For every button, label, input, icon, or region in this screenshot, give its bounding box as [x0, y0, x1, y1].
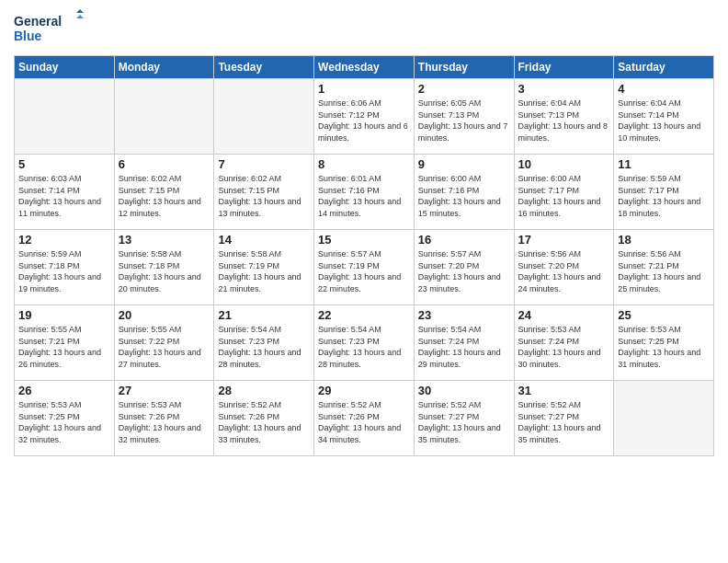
weekday-header-wednesday: Wednesday	[314, 56, 415, 79]
day-number: 21	[218, 308, 310, 322]
day-info: Sunrise: 5:52 AM Sunset: 7:27 PM Dayligh…	[418, 399, 510, 445]
calendar-cell: 9Sunrise: 6:00 AM Sunset: 7:16 PM Daylig…	[414, 155, 514, 230]
day-info: Sunrise: 6:04 AM Sunset: 7:13 PM Dayligh…	[518, 98, 610, 144]
day-info: Sunrise: 6:00 AM Sunset: 7:17 PM Dayligh…	[518, 173, 610, 219]
weekday-header-monday: Monday	[114, 56, 214, 79]
calendar-cell: 12Sunrise: 5:59 AM Sunset: 7:18 PM Dayli…	[15, 230, 115, 305]
day-number: 6	[119, 157, 210, 171]
day-info: Sunrise: 5:52 AM Sunset: 7:27 PM Dayligh…	[518, 399, 610, 445]
weekday-header-row: SundayMondayTuesdayWednesdayThursdayFrid…	[15, 56, 714, 79]
week-row-5: 26Sunrise: 5:53 AM Sunset: 7:25 PM Dayli…	[15, 381, 714, 456]
day-info: Sunrise: 5:53 AM Sunset: 7:25 PM Dayligh…	[618, 324, 710, 370]
day-info: Sunrise: 5:54 AM Sunset: 7:23 PM Dayligh…	[318, 324, 410, 370]
day-number: 11	[618, 157, 710, 171]
day-info: Sunrise: 5:53 AM Sunset: 7:25 PM Dayligh…	[18, 399, 110, 445]
day-number: 23	[418, 308, 510, 322]
calendar: SundayMondayTuesdayWednesdayThursdayFrid…	[14, 55, 714, 456]
day-info: Sunrise: 5:56 AM Sunset: 7:20 PM Dayligh…	[518, 248, 610, 294]
day-number: 24	[518, 308, 610, 322]
day-number: 13	[119, 233, 210, 247]
day-number: 18	[618, 233, 710, 247]
calendar-cell	[114, 79, 214, 155]
week-row-4: 19Sunrise: 5:55 AM Sunset: 7:21 PM Dayli…	[15, 305, 714, 381]
day-number: 3	[518, 82, 610, 96]
calendar-cell: 13Sunrise: 5:58 AM Sunset: 7:18 PM Dayli…	[114, 230, 214, 305]
day-number: 4	[618, 82, 710, 96]
day-info: Sunrise: 6:06 AM Sunset: 7:12 PM Dayligh…	[318, 98, 410, 144]
day-info: Sunrise: 6:02 AM Sunset: 7:15 PM Dayligh…	[218, 173, 310, 219]
calendar-cell: 15Sunrise: 5:57 AM Sunset: 7:19 PM Dayli…	[314, 230, 415, 305]
day-info: Sunrise: 6:04 AM Sunset: 7:14 PM Dayligh…	[618, 98, 710, 144]
calendar-cell: 27Sunrise: 5:53 AM Sunset: 7:26 PM Dayli…	[114, 381, 214, 456]
calendar-cell: 6Sunrise: 6:02 AM Sunset: 7:15 PM Daylig…	[114, 155, 214, 230]
calendar-cell: 2Sunrise: 6:05 AM Sunset: 7:13 PM Daylig…	[414, 79, 514, 155]
day-info: Sunrise: 5:59 AM Sunset: 7:18 PM Dayligh…	[18, 248, 110, 294]
calendar-cell: 30Sunrise: 5:52 AM Sunset: 7:27 PM Dayli…	[414, 381, 514, 456]
day-number: 9	[418, 157, 510, 171]
calendar-cell: 24Sunrise: 5:53 AM Sunset: 7:24 PM Dayli…	[514, 305, 614, 381]
day-number: 16	[418, 233, 510, 247]
day-info: Sunrise: 5:56 AM Sunset: 7:21 PM Dayligh…	[618, 248, 710, 294]
day-info: Sunrise: 5:59 AM Sunset: 7:17 PM Dayligh…	[618, 173, 710, 219]
svg-text:Blue: Blue	[14, 29, 42, 43]
day-number: 12	[18, 233, 110, 247]
calendar-cell: 5Sunrise: 6:03 AM Sunset: 7:14 PM Daylig…	[15, 155, 115, 230]
day-number: 30	[418, 384, 510, 397]
logo: General Blue	[14, 9, 87, 48]
day-number: 15	[318, 233, 410, 247]
calendar-cell: 23Sunrise: 5:54 AM Sunset: 7:24 PM Dayli…	[414, 305, 514, 381]
weekday-header-saturday: Saturday	[614, 56, 714, 79]
day-number: 5	[18, 157, 110, 171]
day-info: Sunrise: 5:55 AM Sunset: 7:22 PM Dayligh…	[119, 324, 210, 370]
day-number: 8	[318, 157, 410, 171]
day-info: Sunrise: 5:54 AM Sunset: 7:24 PM Dayligh…	[418, 324, 510, 370]
calendar-cell	[214, 79, 314, 155]
calendar-cell: 21Sunrise: 5:54 AM Sunset: 7:23 PM Dayli…	[214, 305, 314, 381]
calendar-cell: 11Sunrise: 5:59 AM Sunset: 7:17 PM Dayli…	[614, 155, 714, 230]
day-number: 17	[518, 233, 610, 247]
calendar-cell: 22Sunrise: 5:54 AM Sunset: 7:23 PM Dayli…	[314, 305, 415, 381]
day-number: 1	[318, 82, 410, 96]
calendar-cell: 14Sunrise: 5:58 AM Sunset: 7:19 PM Dayli…	[214, 230, 314, 305]
page: General Blue SundayMondayTuesdayWednesda…	[0, 0, 728, 563]
calendar-cell: 26Sunrise: 5:53 AM Sunset: 7:25 PM Dayli…	[15, 381, 115, 456]
day-info: Sunrise: 5:57 AM Sunset: 7:20 PM Dayligh…	[418, 248, 510, 294]
day-number: 22	[318, 308, 410, 322]
calendar-cell: 4Sunrise: 6:04 AM Sunset: 7:14 PM Daylig…	[614, 79, 714, 155]
calendar-cell: 17Sunrise: 5:56 AM Sunset: 7:20 PM Dayli…	[514, 230, 614, 305]
header: General Blue	[14, 9, 714, 48]
logo-svg: General Blue	[14, 9, 87, 48]
calendar-cell: 10Sunrise: 6:00 AM Sunset: 7:17 PM Dayli…	[514, 155, 614, 230]
day-number: 28	[218, 384, 310, 397]
svg-marker-3	[76, 15, 84, 18]
weekday-header-friday: Friday	[514, 56, 614, 79]
calendar-cell: 31Sunrise: 5:52 AM Sunset: 7:27 PM Dayli…	[514, 381, 614, 456]
day-number: 10	[518, 157, 610, 171]
day-number: 27	[119, 384, 210, 397]
day-info: Sunrise: 5:52 AM Sunset: 7:26 PM Dayligh…	[218, 399, 310, 445]
svg-text:General: General	[14, 14, 62, 29]
day-number: 29	[318, 384, 410, 397]
day-info: Sunrise: 6:01 AM Sunset: 7:16 PM Dayligh…	[318, 173, 410, 219]
week-row-3: 12Sunrise: 5:59 AM Sunset: 7:18 PM Dayli…	[15, 230, 714, 305]
calendar-cell: 7Sunrise: 6:02 AM Sunset: 7:15 PM Daylig…	[214, 155, 314, 230]
calendar-cell: 28Sunrise: 5:52 AM Sunset: 7:26 PM Dayli…	[214, 381, 314, 456]
day-number: 19	[18, 308, 110, 322]
weekday-header-tuesday: Tuesday	[214, 56, 314, 79]
day-number: 25	[618, 308, 710, 322]
calendar-cell: 8Sunrise: 6:01 AM Sunset: 7:16 PM Daylig…	[314, 155, 415, 230]
calendar-cell	[15, 79, 115, 155]
day-info: Sunrise: 5:53 AM Sunset: 7:26 PM Dayligh…	[119, 399, 210, 445]
day-info: Sunrise: 5:53 AM Sunset: 7:24 PM Dayligh…	[518, 324, 610, 370]
day-number: 26	[18, 384, 110, 397]
calendar-cell: 1Sunrise: 6:06 AM Sunset: 7:12 PM Daylig…	[314, 79, 415, 155]
calendar-cell: 25Sunrise: 5:53 AM Sunset: 7:25 PM Dayli…	[614, 305, 714, 381]
day-info: Sunrise: 6:03 AM Sunset: 7:14 PM Dayligh…	[18, 173, 110, 219]
day-info: Sunrise: 6:05 AM Sunset: 7:13 PM Dayligh…	[418, 98, 510, 144]
day-info: Sunrise: 5:58 AM Sunset: 7:19 PM Dayligh…	[218, 248, 310, 294]
calendar-cell: 29Sunrise: 5:52 AM Sunset: 7:26 PM Dayli…	[314, 381, 415, 456]
weekday-header-sunday: Sunday	[15, 56, 115, 79]
week-row-1: 1Sunrise: 6:06 AM Sunset: 7:12 PM Daylig…	[15, 79, 714, 155]
calendar-cell: 20Sunrise: 5:55 AM Sunset: 7:22 PM Dayli…	[114, 305, 214, 381]
day-number: 20	[119, 308, 210, 322]
